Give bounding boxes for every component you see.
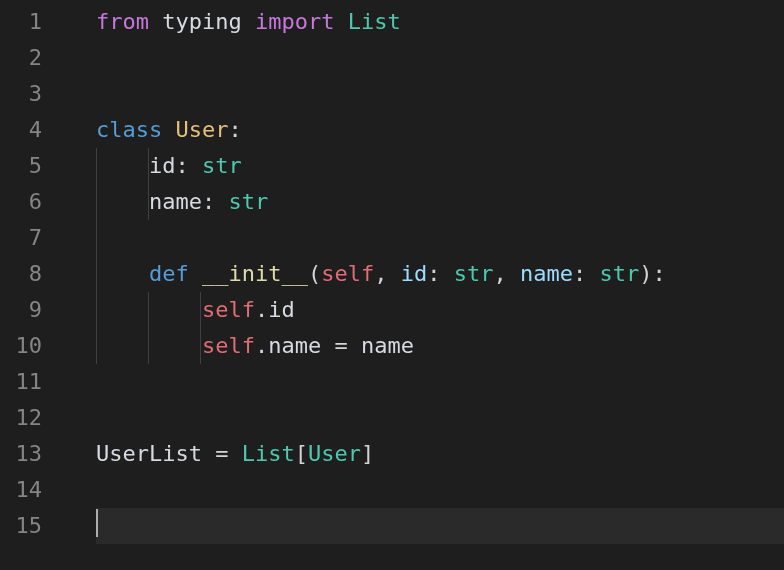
property-name: id (268, 297, 295, 322)
code-line[interactable] (96, 364, 784, 400)
code-editor[interactable]: 1 2 3 4 5 6 7 8 9 10 11 12 13 14 15 from… (0, 0, 784, 570)
keyword-class: class (96, 117, 162, 142)
indent-guide (200, 292, 201, 328)
type-annotation: str (454, 261, 494, 286)
import-name: List (348, 9, 401, 34)
line-number: 12 (0, 400, 62, 436)
indent-guide (200, 328, 201, 364)
text-cursor-icon (96, 509, 98, 537)
line-number: 15 (0, 508, 62, 544)
code-line[interactable] (96, 400, 784, 436)
field-name: id (149, 153, 176, 178)
code-line[interactable]: name: str (96, 184, 784, 220)
indent-guide (148, 148, 149, 184)
line-number: 8 (0, 256, 62, 292)
line-number: 5 (0, 148, 62, 184)
code-line[interactable]: from typing import List (96, 4, 784, 40)
self-ref: self (202, 297, 255, 322)
line-number: 11 (0, 364, 62, 400)
line-number: 6 (0, 184, 62, 220)
line-number: 9 (0, 292, 62, 328)
self-ref: self (202, 333, 255, 358)
keyword-import: import (255, 9, 334, 34)
param-self: self (321, 261, 374, 286)
code-line[interactable]: UserList = List[User] (96, 436, 784, 472)
function-name: __init__ (202, 261, 308, 286)
type-ref: List (242, 441, 295, 466)
indent-guide (148, 292, 149, 328)
code-line[interactable] (96, 40, 784, 76)
param-name: id (401, 261, 428, 286)
indent-guide (96, 256, 97, 292)
type-annotation: str (202, 153, 242, 178)
field-name: name (149, 189, 202, 214)
code-line[interactable] (96, 472, 784, 508)
code-area[interactable]: from typing import List class User: id: … (62, 0, 784, 570)
indent-guide (96, 220, 97, 256)
variable-ref: name (361, 333, 414, 358)
line-number: 1 (0, 4, 62, 40)
code-line[interactable]: def __init__(self, id: str, name: str): (96, 256, 784, 292)
code-line[interactable]: self.name = name (96, 328, 784, 364)
code-line-current[interactable] (96, 508, 784, 544)
code-line[interactable]: self.id (96, 292, 784, 328)
indent-guide (96, 184, 97, 220)
type-ref: User (308, 441, 361, 466)
code-line[interactable]: id: str (96, 148, 784, 184)
line-number: 14 (0, 472, 62, 508)
type-annotation: str (599, 261, 639, 286)
code-line[interactable]: class User: (96, 112, 784, 148)
indent-guide (96, 292, 97, 328)
line-number: 13 (0, 436, 62, 472)
property-name: name (268, 333, 321, 358)
indent-guide (96, 148, 97, 184)
class-name: User (175, 117, 228, 142)
indent-guide (96, 328, 97, 364)
code-line[interactable] (96, 76, 784, 112)
type-annotation: str (228, 189, 268, 214)
module-name: typing (162, 9, 241, 34)
line-number: 3 (0, 76, 62, 112)
line-number: 10 (0, 328, 62, 364)
line-number: 2 (0, 40, 62, 76)
line-number-gutter: 1 2 3 4 5 6 7 8 9 10 11 12 13 14 15 (0, 0, 62, 570)
code-line[interactable] (96, 220, 784, 256)
indent-guide (148, 328, 149, 364)
indent-guide (148, 184, 149, 220)
variable-name: UserList (96, 441, 202, 466)
param-name: name (520, 261, 573, 286)
keyword-from: from (96, 9, 149, 34)
line-number: 4 (0, 112, 62, 148)
line-number: 7 (0, 220, 62, 256)
keyword-def: def (149, 261, 189, 286)
